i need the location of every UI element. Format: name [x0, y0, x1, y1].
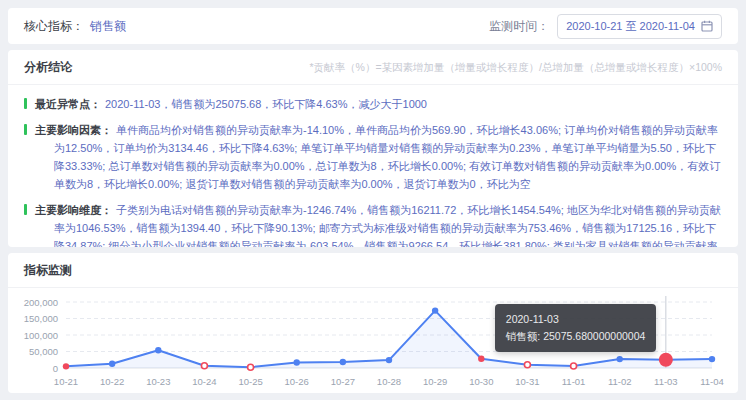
line-chart-svg[interactable]: 050,000100,000150,000200,00010-2110-2210…: [20, 292, 726, 392]
green-marker-icon: [24, 98, 27, 109]
monitor-card: 指标监测 050,000100,000150,000200,00010-2110…: [8, 253, 738, 393]
bullet-content: 单件商品均价对销售额的异动贡献率为-14.10%，单件商品均价为569.90，环…: [54, 124, 720, 190]
bullet-main-factors: 主要影响因素：单件商品均价对销售额的异动贡献率为-14.10%，单件商品均价为5…: [24, 121, 722, 193]
svg-text:11-01: 11-01: [562, 376, 586, 387]
svg-text:10-22: 10-22: [100, 376, 124, 387]
core-metric-label: 核心指标：: [24, 18, 84, 35]
green-marker-icon: [24, 124, 27, 135]
analysis-title-row: 分析结论 *贡献率（%）=某因素增加量（增量或增长程度）/总增加量（总增量或增长…: [8, 50, 738, 85]
bullet-content: 子类别为电话对销售额的异动贡献率为-1246.74%，销售额为16211.72，…: [54, 204, 721, 247]
svg-text:11-02: 11-02: [608, 376, 632, 387]
core-metric-group: 核心指标： 销售额: [24, 18, 126, 35]
monitor-time-label: 监测时间：: [489, 18, 549, 35]
anomaly-analysis-dashboard: 核心指标： 销售额 监测时间： 2020-10-21 至 2020-11-04 …: [0, 8, 746, 393]
bullet-label: 主要影响因素：: [35, 124, 112, 136]
analysis-bullets: 最近异常点：2020-11-03，销售额为25075.68，环比下降4.63%，…: [8, 85, 738, 247]
svg-text:10-30: 10-30: [469, 376, 493, 387]
analysis-card: 分析结论 *贡献率（%）=某因素增加量（增量或增长程度）/总增加量（总增量或增长…: [8, 50, 738, 247]
svg-text:11-04: 11-04: [700, 376, 724, 387]
svg-text:200,000: 200,000: [24, 297, 58, 308]
svg-text:150,000: 150,000: [24, 313, 58, 324]
svg-text:100,000: 100,000: [24, 330, 58, 341]
svg-text:50,000: 50,000: [29, 346, 58, 357]
analysis-title: 分析结论: [24, 59, 72, 76]
monitor-title: 指标监测: [24, 262, 72, 279]
bullet-main-dimensions: 主要影响维度：子类别为电话对销售额的异动贡献率为-1246.74%，销售额为16…: [24, 201, 722, 247]
green-marker-icon: [24, 204, 27, 215]
bullet-label: 主要影响维度：: [35, 204, 112, 216]
bullet-content: 2020-11-03，销售额为25075.68，环比下降4.63%，减少大于10…: [105, 98, 427, 110]
svg-text:10-21: 10-21: [54, 376, 78, 387]
svg-text:10-29: 10-29: [423, 376, 447, 387]
header-bar: 核心指标： 销售额 监测时间： 2020-10-21 至 2020-11-04: [8, 8, 738, 44]
contribution-formula-note: *贡献率（%）=某因素增加量（增量或增长程度）/总增加量（总增量或增长程度）×1…: [310, 61, 722, 75]
svg-text:0: 0: [53, 363, 58, 374]
bullet-recent-anomaly: 最近异常点：2020-11-03，销售额为25075.68，环比下降4.63%，…: [24, 95, 722, 113]
svg-text:10-31: 10-31: [515, 376, 539, 387]
date-range-picker[interactable]: 2020-10-21 至 2020-11-04: [557, 14, 722, 39]
svg-text:10-28: 10-28: [377, 376, 401, 387]
monitor-title-row: 指标监测: [8, 253, 738, 288]
core-metric-value[interactable]: 销售额: [90, 18, 126, 35]
svg-text:10-25: 10-25: [238, 376, 262, 387]
svg-text:10-23: 10-23: [146, 376, 170, 387]
metric-line-chart[interactable]: 050,000100,000150,000200,00010-2110-2210…: [20, 292, 726, 393]
bullet-label: 最近异常点：: [35, 98, 101, 110]
monitor-time-group: 监测时间： 2020-10-21 至 2020-11-04: [489, 14, 722, 39]
date-range-value: 2020-10-21 至 2020-11-04: [566, 19, 695, 34]
calendar-icon: [701, 20, 713, 32]
svg-text:11-03: 11-03: [654, 376, 678, 387]
svg-text:10-24: 10-24: [192, 376, 216, 387]
svg-text:10-27: 10-27: [331, 376, 355, 387]
svg-text:10-26: 10-26: [285, 376, 309, 387]
